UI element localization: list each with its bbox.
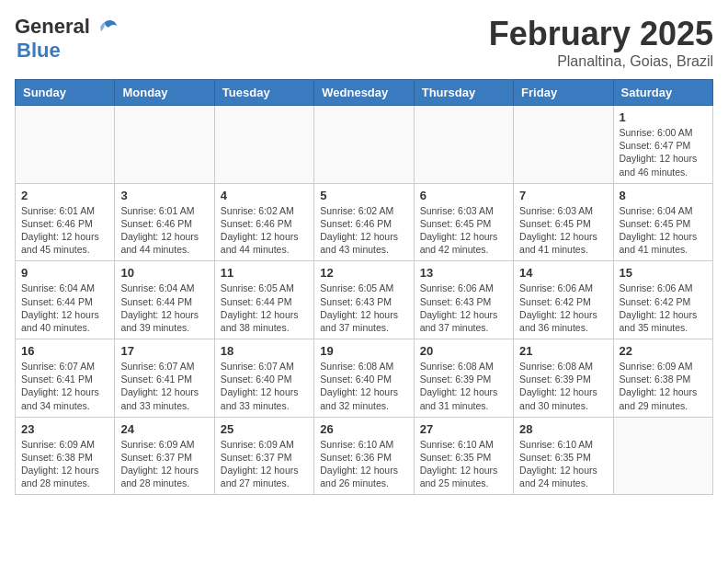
calendar-cell — [314, 106, 414, 184]
day-number: 24 — [120, 422, 208, 436]
logo: General Blue — [15, 15, 118, 63]
calendar-week-2: 2Sunrise: 6:01 AM Sunset: 6:46 PM Daylig… — [16, 183, 713, 261]
day-info: Sunrise: 6:09 AM Sunset: 6:38 PM Dayligh… — [21, 438, 108, 490]
weekday-header-thursday: Thursday — [414, 80, 513, 106]
weekday-header-tuesday: Tuesday — [214, 80, 313, 106]
calendar-cell: 8Sunrise: 6:04 AM Sunset: 6:45 PM Daylig… — [613, 183, 712, 261]
day-number: 22 — [620, 344, 707, 358]
day-info: Sunrise: 6:10 AM Sunset: 6:35 PM Dayligh… — [420, 438, 507, 490]
title-block: February 2025 Planaltina, Goias, Brazil — [489, 15, 713, 70]
day-info: Sunrise: 6:03 AM Sunset: 6:45 PM Dayligh… — [519, 204, 607, 257]
calendar-cell: 11Sunrise: 6:05 AM Sunset: 6:44 PM Dayli… — [214, 261, 313, 339]
calendar-cell: 9Sunrise: 6:04 AM Sunset: 6:44 PM Daylig… — [16, 261, 115, 339]
calendar-week-3: 9Sunrise: 6:04 AM Sunset: 6:44 PM Daylig… — [16, 261, 713, 339]
calendar-cell: 25Sunrise: 6:09 AM Sunset: 6:37 PM Dayli… — [214, 417, 313, 495]
day-number: 4 — [221, 189, 308, 202]
calendar-cell: 13Sunrise: 6:06 AM Sunset: 6:43 PM Dayli… — [414, 261, 513, 339]
day-number: 2 — [21, 189, 108, 202]
day-info: Sunrise: 6:05 AM Sunset: 6:44 PM Dayligh… — [221, 282, 308, 334]
day-info: Sunrise: 6:08 AM Sunset: 6:39 PM Dayligh… — [420, 360, 507, 412]
weekday-header-saturday: Saturday — [613, 80, 712, 106]
calendar-cell: 15Sunrise: 6:06 AM Sunset: 6:42 PM Dayli… — [613, 261, 712, 339]
calendar-cell: 28Sunrise: 6:10 AM Sunset: 6:35 PM Dayli… — [514, 417, 613, 495]
day-number: 27 — [420, 422, 507, 436]
day-number: 19 — [320, 344, 407, 358]
weekday-header-wednesday: Wednesday — [314, 80, 414, 106]
calendar-table: SundayMondayTuesdayWednesdayThursdayFrid… — [15, 79, 713, 495]
weekday-header-row: SundayMondayTuesdayWednesdayThursdayFrid… — [16, 80, 713, 106]
calendar-cell — [16, 106, 115, 184]
weekday-header-sunday: Sunday — [16, 80, 115, 106]
calendar-cell: 18Sunrise: 6:07 AM Sunset: 6:40 PM Dayli… — [214, 339, 313, 418]
weekday-header-monday: Monday — [115, 80, 214, 106]
day-info: Sunrise: 6:02 AM Sunset: 6:46 PM Dayligh… — [221, 204, 308, 257]
day-number: 12 — [320, 266, 407, 280]
calendar-cell: 1Sunrise: 6:00 AM Sunset: 6:47 PM Daylig… — [613, 106, 712, 184]
day-number: 21 — [519, 344, 607, 358]
day-info: Sunrise: 6:10 AM Sunset: 6:35 PM Dayligh… — [519, 438, 607, 490]
day-number: 14 — [519, 266, 607, 280]
calendar-cell — [115, 106, 214, 184]
day-info: Sunrise: 6:06 AM Sunset: 6:42 PM Dayligh… — [620, 282, 707, 334]
day-info: Sunrise: 6:08 AM Sunset: 6:40 PM Dayligh… — [320, 360, 407, 412]
day-info: Sunrise: 6:00 AM Sunset: 6:47 PM Dayligh… — [620, 126, 707, 178]
day-number: 5 — [320, 189, 407, 202]
calendar-cell: 14Sunrise: 6:06 AM Sunset: 6:42 PM Dayli… — [514, 261, 613, 339]
calendar-cell — [414, 106, 513, 184]
calendar-cell: 4Sunrise: 6:02 AM Sunset: 6:46 PM Daylig… — [214, 183, 313, 261]
day-info: Sunrise: 6:02 AM Sunset: 6:46 PM Dayligh… — [320, 204, 407, 257]
calendar-cell — [214, 106, 313, 184]
day-info: Sunrise: 6:05 AM Sunset: 6:43 PM Dayligh… — [320, 282, 407, 334]
day-number: 10 — [120, 266, 208, 280]
calendar-cell: 20Sunrise: 6:08 AM Sunset: 6:39 PM Dayli… — [414, 339, 513, 418]
day-number: 1 — [620, 110, 707, 124]
calendar-cell: 26Sunrise: 6:10 AM Sunset: 6:36 PM Dayli… — [314, 417, 414, 495]
calendar-cell: 17Sunrise: 6:07 AM Sunset: 6:41 PM Dayli… — [115, 339, 214, 418]
day-info: Sunrise: 6:09 AM Sunset: 6:37 PM Dayligh… — [120, 438, 208, 490]
calendar-cell: 2Sunrise: 6:01 AM Sunset: 6:46 PM Daylig… — [16, 183, 115, 261]
day-info: Sunrise: 6:07 AM Sunset: 6:41 PM Dayligh… — [120, 360, 208, 412]
day-number: 8 — [620, 189, 707, 202]
logo-blue-text: Blue — [17, 39, 61, 62]
calendar-week-1: 1Sunrise: 6:00 AM Sunset: 6:47 PM Daylig… — [16, 106, 713, 184]
month-title: February 2025 — [489, 15, 713, 53]
calendar-cell: 24Sunrise: 6:09 AM Sunset: 6:37 PM Dayli… — [115, 417, 214, 495]
day-number: 23 — [21, 422, 108, 436]
day-info: Sunrise: 6:04 AM Sunset: 6:44 PM Dayligh… — [21, 282, 108, 334]
calendar-cell: 10Sunrise: 6:04 AM Sunset: 6:44 PM Dayli… — [115, 261, 214, 339]
day-number: 9 — [21, 266, 108, 280]
day-number: 7 — [519, 189, 607, 202]
day-info: Sunrise: 6:08 AM Sunset: 6:39 PM Dayligh… — [519, 360, 607, 412]
calendar-cell: 22Sunrise: 6:09 AM Sunset: 6:38 PM Dayli… — [613, 339, 712, 418]
calendar-cell — [514, 106, 613, 184]
day-info: Sunrise: 6:10 AM Sunset: 6:36 PM Dayligh… — [320, 438, 407, 490]
day-number: 15 — [620, 266, 707, 280]
day-number: 6 — [420, 189, 507, 202]
day-info: Sunrise: 6:09 AM Sunset: 6:37 PM Dayligh… — [221, 438, 308, 490]
calendar-cell: 23Sunrise: 6:09 AM Sunset: 6:38 PM Dayli… — [16, 417, 115, 495]
day-number: 17 — [120, 344, 208, 358]
logo-bird-icon — [92, 18, 118, 37]
calendar-week-4: 16Sunrise: 6:07 AM Sunset: 6:41 PM Dayli… — [16, 339, 713, 418]
day-number: 26 — [320, 422, 407, 436]
day-number: 28 — [519, 422, 607, 436]
day-number: 18 — [221, 344, 308, 358]
weekday-header-friday: Friday — [514, 80, 613, 106]
calendar-cell: 3Sunrise: 6:01 AM Sunset: 6:46 PM Daylig… — [115, 183, 214, 261]
day-info: Sunrise: 6:09 AM Sunset: 6:38 PM Dayligh… — [620, 360, 707, 412]
calendar-cell: 16Sunrise: 6:07 AM Sunset: 6:41 PM Dayli… — [16, 339, 115, 418]
day-number: 20 — [420, 344, 507, 358]
day-number: 25 — [221, 422, 308, 436]
day-number: 3 — [120, 189, 208, 202]
day-info: Sunrise: 6:06 AM Sunset: 6:42 PM Dayligh… — [519, 282, 607, 334]
calendar-week-5: 23Sunrise: 6:09 AM Sunset: 6:38 PM Dayli… — [16, 417, 713, 495]
day-info: Sunrise: 6:01 AM Sunset: 6:46 PM Dayligh… — [120, 204, 208, 257]
day-info: Sunrise: 6:07 AM Sunset: 6:41 PM Dayligh… — [21, 360, 108, 412]
calendar-cell — [613, 417, 712, 495]
day-info: Sunrise: 6:06 AM Sunset: 6:43 PM Dayligh… — [420, 282, 507, 334]
page-header: General Blue February 2025 Planaltina, G… — [15, 15, 713, 70]
day-info: Sunrise: 6:07 AM Sunset: 6:40 PM Dayligh… — [221, 360, 308, 412]
logo-text: General — [15, 15, 118, 39]
calendar-cell: 19Sunrise: 6:08 AM Sunset: 6:40 PM Dayli… — [314, 339, 414, 418]
day-info: Sunrise: 6:01 AM Sunset: 6:46 PM Dayligh… — [21, 204, 108, 257]
